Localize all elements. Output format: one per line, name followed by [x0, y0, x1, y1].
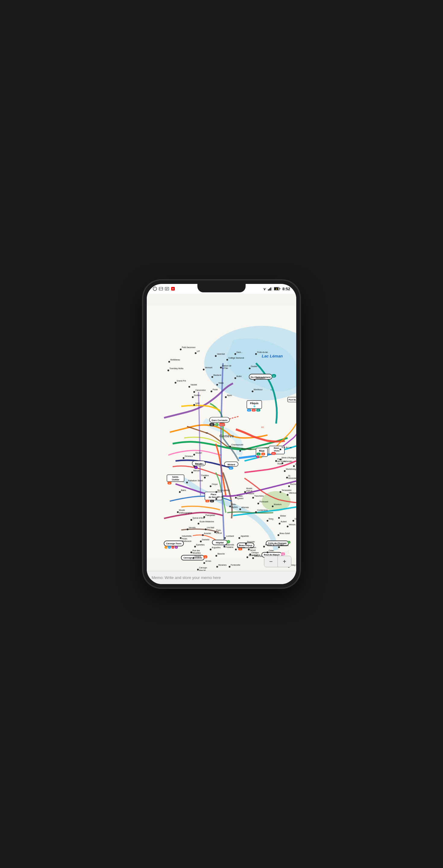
svg-text:Beau-Soleil: Beau-Soleil: [280, 532, 290, 534]
svg-text:Fontenette: Fontenette: [231, 564, 241, 566]
svg-point-192: [255, 511, 257, 513]
svg-rect-19: [280, 288, 280, 289]
svg-text:d'Arve: d'Arve: [216, 532, 222, 534]
svg-text:Thellusson: Thellusson: [182, 540, 191, 542]
svg-point-136: [220, 367, 222, 369]
svg-point-257: [278, 547, 280, 548]
zoom-in-button[interactable]: +: [278, 556, 291, 567]
svg-text:Mont-Blanc: Mont-Blanc: [242, 448, 252, 450]
svg-text:Baulacre: Baulacre: [213, 374, 222, 376]
map-area[interactable]: Lac Léman Gare Cornavin 61 F SNCF Bel-Ai…: [147, 293, 296, 571]
svg-text:Rue des: Rue des: [193, 550, 200, 552]
svg-text:Bains: Bains: [181, 489, 186, 491]
svg-text:Monthoux: Monthoux: [254, 389, 263, 391]
svg-text:Pont-: Pont-: [216, 529, 221, 531]
svg-point-356: [293, 465, 295, 467]
svg-point-114: [168, 361, 170, 363]
n-icon: n: [171, 287, 175, 291]
svg-text:": ": [155, 287, 156, 290]
svg-point-196: [284, 470, 286, 472]
volume-down-button[interactable]: [142, 366, 143, 384]
svg-text:Danielet: Danielet: [202, 538, 210, 541]
svg-text:Industrielle,: Industrielle,: [182, 535, 192, 537]
svg-point-118: [203, 369, 204, 370]
svg-text:Michel-: Michel-: [250, 547, 256, 549]
svg-point-130: [192, 396, 194, 398]
memo-bar[interactable]: Memo: Write and store your memo here: [147, 571, 296, 584]
svg-text:35: 35: [168, 483, 170, 484]
svg-point-207: [287, 494, 289, 496]
svg-text:7: 7: [228, 541, 229, 543]
svg-text:Petit-Saconnex: Petit-Saconnex: [182, 346, 196, 348]
svg-text:61: 61: [211, 424, 213, 426]
svg-text:Pictet-: Pictet-: [182, 538, 187, 540]
svg-text:Blanche: Blanche: [218, 553, 225, 555]
power-button[interactable]: [300, 341, 301, 359]
svg-text:❄: ❄: [253, 405, 256, 408]
svg-point-122: [175, 382, 177, 384]
svg-text:23: 23: [165, 547, 167, 548]
svg-text:d'ethnographie: d'ethnographie: [179, 512, 192, 514]
svg-text:35: 35: [262, 453, 264, 455]
svg-point-168: [186, 482, 188, 484]
svg-text:Alpes: Alpes: [227, 394, 232, 397]
svg-text:Goulart: Goulart: [195, 452, 202, 454]
svg-text:d'histoire: d'histoire: [246, 493, 254, 495]
svg-point-217: [293, 520, 294, 522]
svg-point-259: [216, 555, 217, 557]
svg-point-346: [215, 355, 217, 357]
svg-text:Calas: Calas: [268, 550, 274, 552]
svg-text:Roseraie: Roseraie: [237, 547, 245, 549]
svg-point-190: [239, 508, 241, 510]
wifi-icon: [262, 287, 267, 290]
svg-text:Lombard: Lombard: [226, 535, 234, 537]
svg-text:30: 30: [211, 500, 213, 502]
svg-point-276: [194, 546, 196, 548]
lac-leman-label: Lac Léman: [262, 354, 283, 358]
zoom-controls[interactable]: − +: [264, 556, 291, 567]
svg-text:45: 45: [176, 547, 178, 548]
svg-point-228: [224, 537, 226, 539]
svg-point-238: [224, 546, 225, 548]
svg-text:Gare Cornavin: Gare Cornavin: [212, 419, 227, 422]
svg-point-174: [216, 498, 217, 500]
svg-point-176: [244, 491, 246, 493]
svg-text:Weber: Weber: [280, 515, 286, 517]
svg-text:F: F: [216, 424, 218, 426]
svg-text:Gavard: Gavard: [194, 555, 201, 557]
svg-point-230: [239, 537, 240, 539]
svg-text:Clinique: Clinique: [251, 552, 259, 554]
svg-point-213: [279, 523, 281, 524]
svg-point-291: [216, 566, 218, 568]
svg-text:10: 10: [258, 453, 259, 455]
zoom-out-button[interactable]: −: [264, 556, 278, 567]
svg-text:Valais: Valais: [219, 382, 224, 384]
svg-point-350: [234, 353, 236, 355]
svg-text:Velours: Velours: [289, 524, 296, 526]
svg-point-124: [188, 386, 190, 388]
svg-text:Queue-d'Arve: Queue-d'Arve: [193, 517, 205, 519]
svg-text:la Paix: la Paix: [222, 367, 228, 369]
svg-text:Vidollet: Vidollet: [190, 384, 197, 386]
silent-button[interactable]: [142, 329, 143, 339]
svg-point-209: [278, 517, 280, 519]
volume-up-button[interactable]: [142, 344, 143, 362]
svg-text:Epinettes: Epinettes: [196, 544, 204, 546]
svg-text:M3: M3: [270, 389, 273, 391]
svg-text:d'art et: d'art et: [246, 490, 252, 492]
svg-text:Varembé: Varembé: [217, 353, 225, 355]
svg-text:Lyon: Lyon: [195, 402, 199, 404]
svg-point-145: [252, 391, 253, 393]
svg-point-166: [191, 472, 193, 473]
svg-text:M1: M1: [230, 467, 232, 469]
svg-rect-14: [269, 288, 270, 290]
svg-text:Théâtre: Théâtre: [201, 474, 209, 477]
svg-text:Molard: Molard: [227, 463, 235, 466]
svg-text:Musée: Musée: [246, 487, 252, 490]
info-icon: [165, 287, 169, 291]
svg-text:Mouettes: Mouettes: [193, 552, 201, 554]
svg-text:Roches: Roches: [290, 484, 296, 486]
svg-point-150: [229, 446, 231, 447]
svg-point-198: [286, 477, 288, 478]
svg-point-205: [288, 485, 290, 487]
